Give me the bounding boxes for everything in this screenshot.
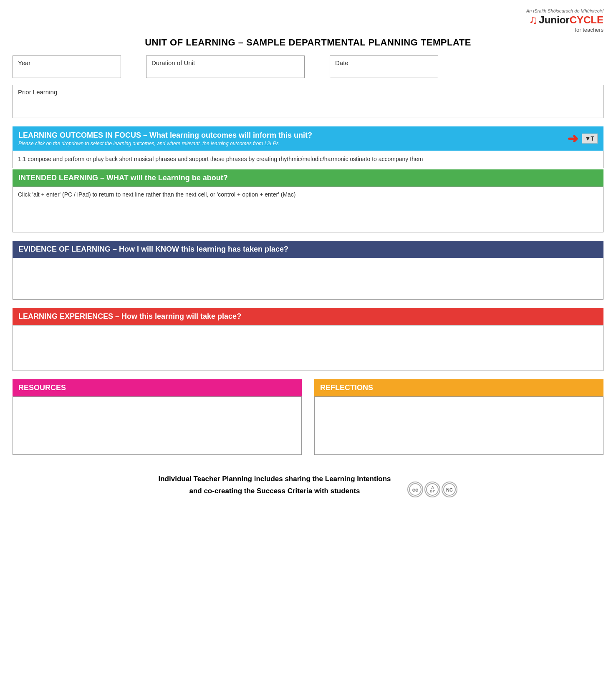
evidence-title: EVIDENCE OF LEARNING – How I will KNOW t… <box>18 245 288 254</box>
creative-commons-icons: cc △ BY NC <box>407 482 457 497</box>
footer-row: Individual Teacher Planning includes sha… <box>13 473 603 497</box>
reflections-header: REFLECTIONS <box>314 379 603 396</box>
logo-cycle-text: CYCLE <box>570 14 603 26</box>
cc-nc-icon: NC <box>442 482 457 497</box>
bottom-columns: RESOURCES REFLECTIONS <box>13 379 603 463</box>
logo-for-teachers: for teachers <box>526 27 603 33</box>
footer-line2: and co-creating the Success Criteria wit… <box>159 485 391 497</box>
prior-learning-box[interactable]: Prior Learning <box>13 85 603 118</box>
resources-title: RESOURCES <box>18 383 66 392</box>
filter-icon[interactable]: ▼T <box>582 134 598 144</box>
cc-nc-logo-icon: NC <box>443 483 456 496</box>
logo-subtitle: An tSraith Shóisearach do Mhúinteoirí <box>526 8 603 13</box>
intended-learning-header: INTENDED LEARNING – WHAT will the Learni… <box>13 169 603 187</box>
duration-label: Duration of Unit <box>151 59 195 66</box>
cc-logo-icon: cc <box>409 483 422 496</box>
cc-icon: cc <box>407 482 423 497</box>
duration-field[interactable]: Duration of Unit <box>146 55 305 78</box>
learning-experiences-header: LEARNING EXPERIENCES – How this learning… <box>13 308 603 325</box>
svg-text:cc: cc <box>412 487 418 493</box>
intended-learning-text: Click 'alt + enter' (PC / iPad) to retur… <box>18 191 296 198</box>
resources-header: RESOURCES <box>13 379 302 396</box>
arrow-right-icon: ➜ <box>567 131 578 146</box>
music-note-icon: ♫ <box>529 13 538 27</box>
logo-junior-text: Junior <box>539 14 569 26</box>
logo-container: An tSraith Shóisearach do Mhúinteoirí ♫ … <box>526 8 603 33</box>
learning-outcomes-title: LEARNING OUTCOMES IN FOCUS – What learni… <box>18 131 312 140</box>
page-title: UNIT OF LEARNING – SAMPLE DEPARTMENTAL P… <box>13 37 603 48</box>
footer-text: Individual Teacher Planning includes sha… <box>159 473 391 497</box>
cc-by-icon: △ BY <box>424 482 440 497</box>
reflections-column: REFLECTIONS <box>314 379 603 463</box>
learning-outcomes-content[interactable]: 1.1 compose and perform or play back sho… <box>13 151 603 168</box>
svg-text:BY: BY <box>430 489 435 493</box>
resources-content[interactable] <box>13 396 302 455</box>
intended-learning-title: INTENDED LEARNING – WHAT will the Learni… <box>18 174 228 182</box>
evidence-section: EVIDENCE OF LEARNING – How I will KNOW t… <box>13 241 603 300</box>
learning-outcomes-subtitle: Please click on the dropdown to select t… <box>18 141 312 146</box>
year-label: Year <box>18 59 30 66</box>
learning-experiences-content[interactable] <box>13 325 603 371</box>
learning-outcomes-section: LEARNING OUTCOMES IN FOCUS – What learni… <box>13 126 603 168</box>
cc-by-logo-icon: △ BY <box>426 483 439 496</box>
svg-text:NC: NC <box>447 487 453 492</box>
learning-outcomes-text: 1.1 compose and perform or play back sho… <box>18 156 423 162</box>
evidence-content[interactable] <box>13 258 603 300</box>
learning-outcomes-header: LEARNING OUTCOMES IN FOCUS – What learni… <box>13 126 603 151</box>
learning-experiences-section: LEARNING EXPERIENCES – How this learning… <box>13 308 603 371</box>
intended-learning-section: INTENDED LEARNING – WHAT will the Learni… <box>13 169 603 232</box>
reflections-content[interactable] <box>314 396 603 455</box>
top-fields-row: Year Duration of Unit Date <box>13 55 603 78</box>
year-field[interactable]: Year <box>13 55 121 78</box>
logo-main: ♫ Junior CYCLE <box>526 13 603 27</box>
evidence-header: EVIDENCE OF LEARNING – How I will KNOW t… <box>13 241 603 258</box>
prior-learning-label: Prior Learning <box>18 88 57 96</box>
date-label: Date <box>335 59 348 66</box>
reflections-title: REFLECTIONS <box>320 383 373 392</box>
intended-learning-content[interactable]: Click 'alt + enter' (PC / iPad) to retur… <box>13 187 603 232</box>
date-field[interactable]: Date <box>330 55 438 78</box>
resources-column: RESOURCES <box>13 379 302 463</box>
footer-line1: Individual Teacher Planning includes sha… <box>159 473 391 485</box>
learning-experiences-title: LEARNING EXPERIENCES – How this learning… <box>18 312 241 321</box>
